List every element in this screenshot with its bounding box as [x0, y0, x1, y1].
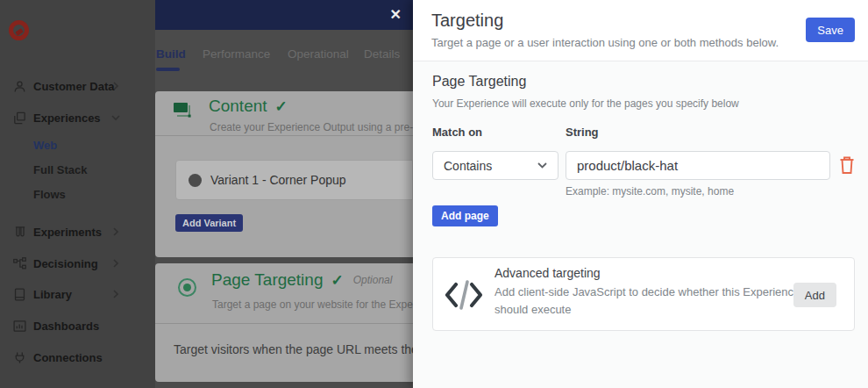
- sidebar: Customer Data Experiences Web Full Stack…: [0, 0, 155, 388]
- section-title: Page Targeting: [211, 270, 323, 290]
- sidebar-item-label: Flows: [33, 188, 66, 201]
- code-icon: [445, 279, 483, 314]
- add-page-button[interactable]: Add page: [432, 205, 498, 226]
- variant-label: Variant 1 - Corner Popup: [210, 173, 346, 187]
- section-subtitle: Create your Experience Output using a pr…: [210, 121, 413, 133]
- match-on-label: Match on: [432, 126, 482, 139]
- drawer-title: Targeting: [431, 11, 503, 31]
- radio-target-icon: [178, 278, 196, 297]
- page-targeting-title: Page Targeting: [432, 74, 526, 90]
- variant-row[interactable]: Variant 1 - Corner Popup: [175, 160, 413, 200]
- targeting-drawer: Targeting Target a page or a user intera…: [413, 0, 868, 388]
- sidebar-item-label: Dashboards: [33, 320, 99, 333]
- tab-build[interactable]: Build: [156, 47, 186, 61]
- page-targeting-subtitle: Your Experience will execute only for th…: [432, 97, 739, 110]
- example-helper-text: Example: mysite.com, mysite, home: [566, 185, 734, 198]
- person-icon: [11, 77, 28, 95]
- string-input[interactable]: [566, 151, 830, 180]
- sidebar-item-dashboards[interactable]: Dashboards: [0, 315, 155, 336]
- decisioning-icon: [11, 255, 28, 272]
- check-icon: ✓: [275, 97, 288, 116]
- content-section: Content ✓ Create your Experience Output …: [155, 91, 413, 257]
- section-title: Content: [209, 97, 267, 116]
- experiences-icon: [11, 109, 28, 126]
- sidebar-item-label: Decisioning: [33, 257, 98, 270]
- sidebar-item-experiments[interactable]: Experiments: [0, 221, 155, 242]
- sidebar-item-label: Library: [33, 288, 72, 301]
- advanced-targeting-card: Advanced targeting Add client-side JavaS…: [432, 257, 855, 331]
- advanced-targeting-title: Advanced targeting: [494, 266, 601, 280]
- add-variant-button[interactable]: Add Variant: [175, 214, 243, 232]
- active-tab-underline: [156, 68, 180, 71]
- sidebar-item-full-stack[interactable]: Full Stack: [0, 159, 155, 180]
- tab-details[interactable]: Details: [364, 47, 400, 61]
- page-targeting-section: Page Targeting ✓ Optional Target a page …: [155, 263, 413, 382]
- optional-label: Optional: [353, 274, 393, 286]
- drawer-subtitle: Target a page or a user interaction usin…: [431, 36, 779, 49]
- sidebar-item-label: Customer Data: [33, 80, 114, 93]
- string-label: String: [566, 126, 599, 139]
- experiments-icon: [11, 223, 28, 241]
- check-icon: ✓: [331, 271, 343, 290]
- sidebar-item-label: Experiences: [33, 111, 101, 125]
- bar-chart-icon: [11, 317, 28, 334]
- plug-icon: [11, 348, 28, 366]
- experience-editor-modal: ✕ Build Performance Operational Details …: [155, 0, 413, 388]
- match-on-selected-value: Contains: [444, 159, 492, 173]
- page-targeting-body-text: Target visitors when the page URL meets …: [174, 342, 413, 356]
- advanced-targeting-description: Add client-side JavaScript to decide whe…: [494, 284, 821, 319]
- sidebar-item-label: Experiments: [33, 226, 102, 239]
- chevron-right-icon: [111, 227, 120, 236]
- tab-performance[interactable]: Performance: [203, 47, 270, 61]
- divider: [155, 323, 413, 324]
- sidebar-item-library[interactable]: Library: [0, 284, 155, 305]
- book-icon: [11, 285, 28, 303]
- divider: [155, 135, 413, 136]
- sidebar-item-label: Connections: [33, 351, 103, 364]
- app-logo-icon[interactable]: [9, 20, 29, 40]
- sidebar-item-customer-data[interactable]: Customer Data: [0, 75, 155, 97]
- sidebar-item-decisioning[interactable]: Decisioning: [0, 253, 155, 274]
- close-icon[interactable]: ✕: [390, 6, 402, 24]
- section-subtitle: Target a page on your website for the Ex…: [212, 298, 413, 311]
- chevron-down-icon: [537, 162, 547, 169]
- chevron-right-icon: [111, 290, 120, 298]
- tab-operational[interactable]: Operational: [288, 47, 349, 61]
- sidebar-item-experiences[interactable]: Experiences: [0, 107, 155, 128]
- match-on-select[interactable]: Contains: [432, 151, 559, 180]
- sidebar-item-connections[interactable]: Connections: [0, 347, 155, 368]
- advanced-add-button[interactable]: Add: [793, 283, 836, 307]
- sidebar-item-label: Web: [33, 139, 57, 152]
- sidebar-item-web[interactable]: Web: [0, 134, 155, 155]
- drawer-header: Targeting Target a page or a user intera…: [413, 0, 868, 61]
- modal-title-bar: ✕: [155, 0, 413, 30]
- content-icon: [172, 98, 195, 123]
- sidebar-item-label: Full Stack: [33, 163, 87, 176]
- variant-toggle[interactable]: [189, 174, 202, 187]
- chevron-right-icon: [111, 259, 120, 268]
- sidebar-item-flows[interactable]: Flows: [0, 183, 155, 205]
- trash-icon[interactable]: [837, 154, 857, 176]
- chevron-right-icon: [111, 82, 120, 90]
- save-button[interactable]: Save: [806, 18, 855, 42]
- chevron-down-icon: [111, 113, 120, 122]
